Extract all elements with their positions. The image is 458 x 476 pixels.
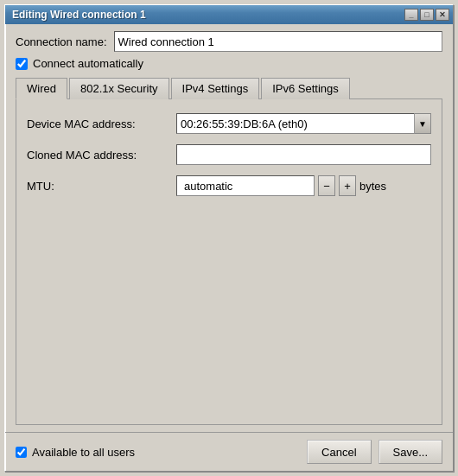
tab-8021x-security[interactable]: 802.1x Security	[69, 78, 169, 99]
cloned-mac-input[interactable]	[176, 144, 431, 165]
tab-bar: Wired 802.1x Security IPv4 Settings IPv6…	[16, 77, 442, 99]
cloned-mac-label: Cloned MAC address:	[27, 149, 169, 162]
bottom-buttons: Cancel Save...	[307, 440, 442, 464]
cloned-mac-container	[176, 144, 431, 165]
mtu-container: − + bytes	[176, 175, 431, 196]
titlebar: Editing Wired connection 1 _ □ ✕	[5, 5, 453, 24]
mtu-label: MTU:	[27, 180, 169, 193]
titlebar-buttons: _ □ ✕	[404, 9, 449, 21]
tab-ipv6-settings[interactable]: IPv6 Settings	[261, 78, 350, 99]
bottom-bar: Available to all users Cancel Save...	[5, 432, 453, 471]
connect-automatically-row: Connect automatically	[16, 57, 442, 70]
connect-automatically-label: Connect automatically	[33, 57, 143, 70]
available-to-all-users-row: Available to all users	[16, 446, 307, 459]
mtu-unit-label: bytes	[359, 180, 386, 193]
window-title: Editing Wired connection 1	[9, 9, 404, 21]
tabs-container: Wired 802.1x Security IPv4 Settings IPv6…	[16, 77, 442, 425]
mtu-minus-button[interactable]: −	[318, 175, 335, 196]
mtu-row: MTU: − + bytes	[27, 175, 431, 196]
close-button[interactable]: ✕	[436, 9, 449, 21]
available-to-all-users-checkbox[interactable]	[16, 447, 27, 458]
connection-name-label: Connection name:	[16, 35, 107, 48]
device-mac-select[interactable]: 00:26:55:39:DB:6A (eth0)	[176, 113, 431, 134]
tab-ipv4-settings[interactable]: IPv4 Settings	[171, 78, 260, 99]
connection-name-input[interactable]	[114, 31, 442, 52]
available-to-all-users-label: Available to all users	[32, 446, 135, 459]
cloned-mac-row: Cloned MAC address:	[27, 144, 431, 165]
device-mac-dropdown-arrow[interactable]: ▼	[414, 113, 431, 134]
window-content: Connection name: Connect automatically W…	[5, 24, 453, 432]
connect-automatically-checkbox[interactable]	[16, 58, 28, 70]
main-window: Editing Wired connection 1 _ □ ✕ Connect…	[4, 4, 454, 472]
tab-wired[interactable]: Wired	[16, 78, 67, 99]
device-mac-row: Device MAC address: 00:26:55:39:DB:6A (e…	[27, 113, 431, 134]
device-mac-container: 00:26:55:39:DB:6A (eth0) ▼	[176, 113, 431, 134]
connection-name-row: Connection name:	[16, 31, 442, 52]
device-mac-label: Device MAC address:	[27, 117, 169, 130]
mtu-input[interactable]	[176, 175, 315, 196]
tab-content-wired: Device MAC address: 00:26:55:39:DB:6A (e…	[16, 99, 442, 425]
save-button[interactable]: Save...	[378, 440, 442, 464]
maximize-button[interactable]: □	[420, 9, 434, 21]
mtu-plus-button[interactable]: +	[339, 175, 356, 196]
cancel-button[interactable]: Cancel	[307, 440, 371, 464]
minimize-button[interactable]: _	[404, 9, 418, 21]
